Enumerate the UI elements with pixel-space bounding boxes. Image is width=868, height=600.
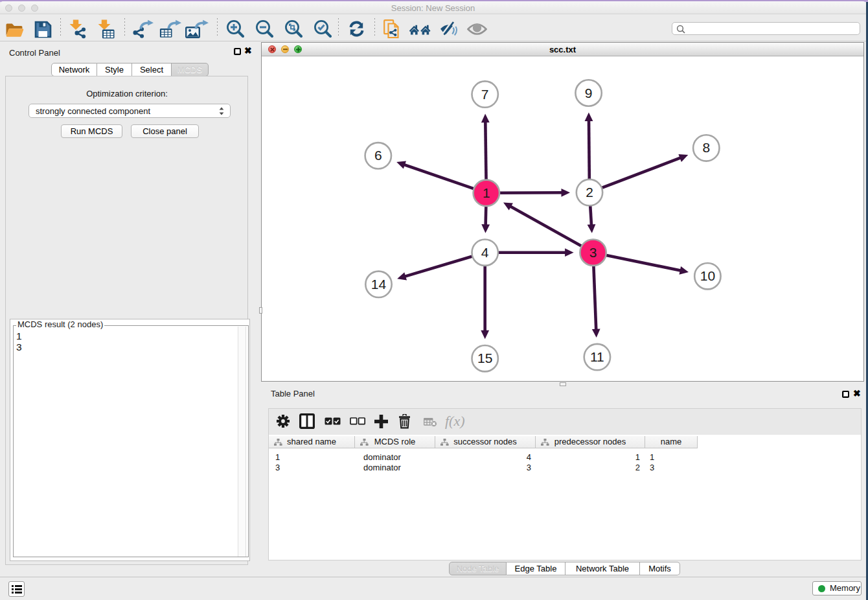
svg-text:1: 1 [483,185,490,200]
svg-text:15: 15 [477,351,492,365]
svg-text:4: 4 [481,245,489,260]
svg-text:8: 8 [702,140,710,155]
svg-text:9: 9 [585,86,593,100]
svg-text:3: 3 [589,245,597,260]
svg-text:6: 6 [374,148,382,163]
svg-text:10: 10 [700,268,715,283]
svg-text:7: 7 [481,87,489,102]
svg-text:14: 14 [371,277,387,292]
svg-text:2: 2 [586,185,593,200]
svg-text:11: 11 [590,349,604,364]
